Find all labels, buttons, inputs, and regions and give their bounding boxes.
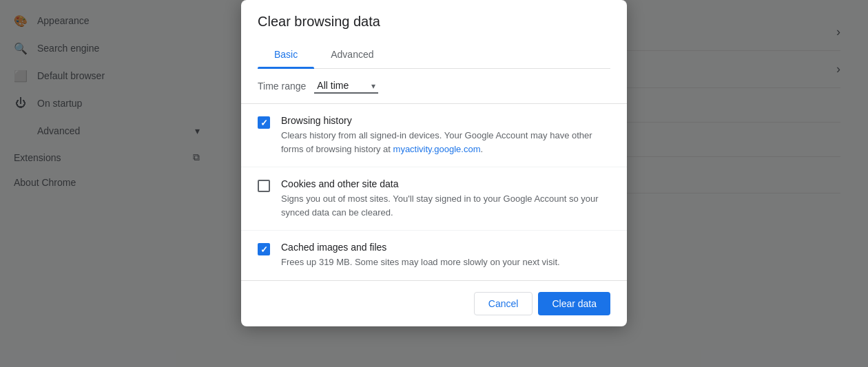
browsing-history-content: Browsing history Clears history from all… — [281, 115, 610, 156]
cookies-checkbox[interactable] — [258, 180, 270, 192]
check-item-cached-images: Cached images and files Frees up 319 MB.… — [241, 230, 627, 280]
dialog-title: Clear browsing data — [258, 14, 610, 30]
cookies-checkbox-wrapper[interactable] — [258, 180, 270, 192]
time-range-select-wrapper: Last hour Last 24 hours Last 7 days Last… — [314, 78, 378, 94]
cookies-description: Signs you out of most sites. You'll stay… — [281, 192, 610, 219]
dialog-items-list: Browsing history Clears history from all… — [241, 104, 627, 280]
tab-basic[interactable]: Basic — [258, 41, 314, 68]
cancel-button[interactable]: Cancel — [474, 292, 533, 315]
browsing-history-title: Browsing history — [281, 115, 610, 126]
cookies-content: Cookies and other site data Signs you ou… — [281, 178, 610, 219]
dialog-header: Clear browsing data Basic Advanced — [241, 0, 627, 69]
cached-images-checkbox[interactable] — [258, 243, 270, 255]
myactivity-link[interactable]: myactivity.google.com — [393, 144, 481, 154]
cached-images-content: Cached images and files Frees up 319 MB.… — [281, 242, 610, 269]
cached-images-checkbox-wrapper[interactable] — [258, 243, 270, 255]
time-range-select[interactable]: Last hour Last 24 hours Last 7 days Last… — [314, 78, 378, 94]
browsing-history-description: Clears history from all signed-in device… — [281, 129, 610, 156]
cached-images-title: Cached images and files — [281, 242, 610, 253]
time-range-row: Time range Last hour Last 24 hours Last … — [241, 69, 627, 104]
cached-images-description: Frees up 319 MB. Some sites may load mor… — [281, 255, 610, 269]
time-range-label: Time range — [258, 81, 306, 92]
browsing-history-checkbox-wrapper[interactable] — [258, 116, 270, 129]
clear-browsing-data-dialog: Clear browsing data Basic Advanced Time … — [241, 0, 627, 326]
dialog-footer: Cancel Clear data — [241, 280, 627, 326]
tab-advanced[interactable]: Advanced — [314, 41, 390, 68]
cookies-title: Cookies and other site data — [281, 178, 610, 189]
check-item-cookies: Cookies and other site data Signs you ou… — [241, 167, 627, 230]
check-item-browsing-history: Browsing history Clears history from all… — [241, 104, 627, 167]
clear-data-button[interactable]: Clear data — [538, 292, 610, 315]
browsing-history-checkbox[interactable] — [258, 116, 270, 129]
dialog-tabs: Basic Advanced — [258, 41, 610, 69]
